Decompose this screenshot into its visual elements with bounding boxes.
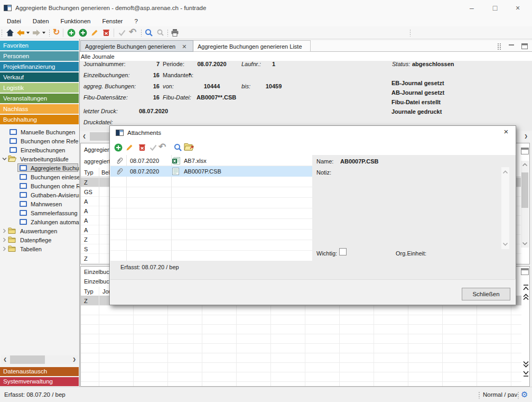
search-secondary-icon[interactable] <box>156 28 165 38</box>
name-label: Name: <box>316 158 333 165</box>
scroll-down-icon[interactable] <box>522 242 528 245</box>
sidebar-section[interactable]: Verkauf <box>0 72 79 82</box>
search-icon[interactable] <box>173 143 183 152</box>
fibu-datensaetze-value: 16 <box>122 94 160 102</box>
tree-item[interactable]: Verarbeitungsläufe <box>0 154 80 163</box>
scrollbar-thumb[interactable] <box>10 355 45 364</box>
tree-item[interactable]: Buchungen einlese <box>0 172 80 181</box>
menu-item[interactable]: ? <box>128 16 143 26</box>
attachment-row[interactable]: 08.07.2020 AB0007P.CSB <box>110 166 312 177</box>
menu-item[interactable]: Daten <box>27 16 55 26</box>
maximize-panel-icon[interactable] <box>521 268 529 275</box>
edit-icon[interactable] <box>90 28 99 38</box>
attachment-row[interactable]: 08.07.2020 AB7.xlsx <box>110 156 312 166</box>
sidebar-section[interactable]: Personen <box>0 51 79 61</box>
tab-aggregierte-buchungen-generieren[interactable]: Aggregierte Buchungen generieren✕ <box>80 40 193 52</box>
schliessen-button[interactable]: Schließen <box>462 288 510 300</box>
scroll-right-icon[interactable]: ❯ <box>70 355 78 364</box>
forward-dropdown-icon[interactable] <box>42 32 45 34</box>
edit-icon[interactable] <box>125 143 134 152</box>
refresh-icon[interactable]: ↻ <box>53 27 62 36</box>
minimize-button[interactable]: – <box>466 2 478 14</box>
add-icon[interactable] <box>114 143 123 152</box>
search-icon[interactable] <box>144 28 154 38</box>
sidebar-section[interactable]: Veranstaltungen <box>0 94 79 103</box>
export-folder-icon[interactable] <box>184 142 194 152</box>
attachment-details <box>312 155 516 279</box>
tree-item[interactable]: Buchungen ohne Refe <box>0 136 80 145</box>
toolbar-grip[interactable] <box>49 29 50 36</box>
sidebar-section[interactable]: Projektfinanzierung <box>0 62 79 71</box>
tree-item[interactable]: Manuelle Buchungen <box>0 127 80 136</box>
chevron-right-icon[interactable] <box>3 246 6 251</box>
wichtig-checkbox[interactable] <box>339 248 347 255</box>
chevron-right-icon[interactable] <box>3 237 6 242</box>
minimize-panel-icon[interactable] <box>508 44 515 49</box>
menu-item[interactable]: Datei <box>1 16 27 26</box>
journal-flag: EB-Journal gesetzt <box>391 80 444 89</box>
maximize-panel-icon[interactable] <box>521 148 529 154</box>
delete-icon[interactable] <box>137 143 147 152</box>
tree-item[interactable]: Sammelerfassung S <box>0 208 80 217</box>
print-icon[interactable] <box>170 28 180 38</box>
panel-vscrollbar[interactable] <box>521 161 529 248</box>
scrollbar-thumb[interactable] <box>521 172 528 208</box>
scroll-right-icon[interactable]: ❯ <box>522 132 530 141</box>
menu-item[interactable]: Funktionen <box>55 16 97 26</box>
toolbar-grip[interactable] <box>1 29 3 36</box>
page-up-icon[interactable] <box>522 294 529 300</box>
tree-item[interactable]: Guthaben-Avisierun <box>0 190 80 199</box>
scroll-left-icon[interactable]: ❮ <box>80 132 88 141</box>
page-down-icon[interactable] <box>522 361 529 368</box>
tree-item[interactable]: Einzelbuchungen <box>0 145 80 154</box>
add-icon[interactable] <box>67 28 76 38</box>
undo-icon[interactable]: ↶ <box>158 141 168 151</box>
add-special-icon[interactable] <box>78 28 88 38</box>
tab-aggregierte-buchungen-generieren-liste[interactable]: Aggregierte Buchungen generieren Liste <box>193 40 311 52</box>
notes-scrollbar[interactable] <box>501 167 509 249</box>
sidebar-section[interactable]: Systemverwaltung <box>0 377 79 386</box>
undo-icon[interactable]: ↶ <box>129 26 138 36</box>
go-last-icon[interactable] <box>522 370 529 377</box>
tree-item[interactable]: Aggregierte Buchun <box>0 163 80 172</box>
scroll-up-icon[interactable] <box>502 170 508 174</box>
scroll-up-icon[interactable] <box>522 163 528 167</box>
toolbar-grip[interactable] <box>167 29 169 36</box>
sidebar-hscrollbar[interactable]: ❮ ❯ <box>1 355 78 364</box>
toolbar-grip[interactable] <box>141 29 142 36</box>
delete-icon[interactable] <box>101 28 111 38</box>
menu-item[interactable]: Fenster <box>96 16 128 26</box>
tab-close-icon[interactable]: ✕ <box>182 43 186 50</box>
home-icon[interactable] <box>5 28 15 38</box>
tree-item[interactable]: Tabellen <box>0 244 80 253</box>
maximize-button[interactable]: □ <box>489 2 501 14</box>
sidebar-section[interactable]: Logistik <box>0 83 79 93</box>
go-first-icon[interactable] <box>522 284 529 291</box>
tree-item-label: Buchungen ohne R <box>31 183 80 189</box>
scroll-down-icon[interactable] <box>502 242 508 246</box>
tree-item[interactable]: Datenpflege <box>0 235 80 244</box>
dialog-close-icon[interactable]: × <box>500 127 512 138</box>
toolbar-grip[interactable] <box>409 29 411 36</box>
tab-options-icon[interactable] <box>497 43 501 50</box>
sidebar-section[interactable]: Nachlass <box>0 104 79 114</box>
chevron-right-icon[interactable] <box>3 229 6 233</box>
chevron-down-icon[interactable] <box>2 157 7 161</box>
gear-icon[interactable]: ⚙ <box>521 390 528 399</box>
sidebar-section[interactable]: Buchhaltung <box>0 115 79 124</box>
back-dropdown-icon[interactable] <box>26 32 30 34</box>
restore-panel-icon[interactable] <box>521 43 528 49</box>
tree-item[interactable]: Zahlungen automat <box>0 217 80 226</box>
close-button[interactable]: × <box>512 2 524 14</box>
back-icon[interactable] <box>16 28 25 38</box>
confirm-icon[interactable] <box>117 28 127 38</box>
forward-icon[interactable] <box>32 28 41 38</box>
confirm-icon[interactable] <box>148 143 158 152</box>
tree-item-label: Datenpflege <box>20 237 51 243</box>
tree-item[interactable]: Buchungen ohne R <box>0 181 80 190</box>
scroll-left-icon[interactable]: ❮ <box>1 355 9 364</box>
tree-item[interactable]: Auswertungen <box>0 226 80 235</box>
tree-item[interactable]: Mahnwesen <box>0 199 80 208</box>
sidebar-section[interactable]: Favoriten <box>0 41 79 50</box>
sidebar-section[interactable]: Datenaustausch <box>0 367 79 376</box>
